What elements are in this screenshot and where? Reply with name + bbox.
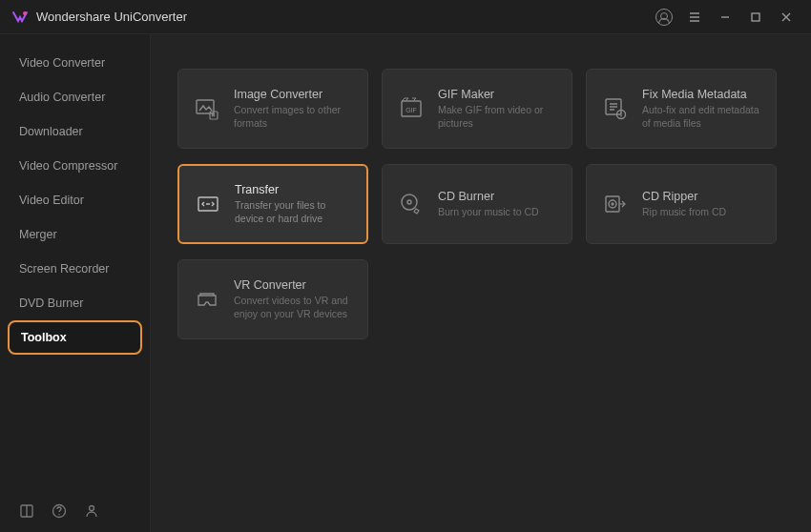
help-icon[interactable]	[52, 503, 67, 519]
tool-desc: Rip music from CD	[642, 206, 726, 219]
tool-vr-converter[interactable]: VR Converter Convert videos to VR and en…	[177, 259, 368, 339]
svg-rect-16	[606, 196, 619, 212]
sidebar-item-video-compressor[interactable]: Video Compressor	[0, 149, 150, 183]
svg-point-5	[90, 506, 94, 511]
sidebar-item-video-editor[interactable]: Video Editor	[0, 183, 150, 217]
tool-title: VR Converter	[234, 278, 354, 292]
svg-point-12	[620, 113, 621, 113]
cd-burn-icon	[396, 189, 426, 219]
tool-desc: Convert videos to VR and enjoy on your V…	[234, 295, 354, 320]
tool-desc: Auto-fix and edit metadata of media file…	[642, 104, 762, 130]
close-button[interactable]	[773, 4, 800, 31]
image-convert-icon	[192, 93, 222, 124]
sidebar-item-screen-recorder[interactable]: Screen Recorder	[0, 252, 150, 286]
tool-image-converter[interactable]: Image Converter Convert images to other …	[177, 69, 368, 149]
sidebar-item-video-converter[interactable]: Video Converter	[0, 46, 150, 80]
tool-gif-maker[interactable]: GIF GIF Maker Make GIF from video or pic…	[382, 69, 572, 149]
sidebar: Video Converter Audio Converter Download…	[0, 34, 151, 532]
transfer-icon	[193, 189, 223, 219]
tool-desc: Convert images to other formats	[234, 104, 354, 130]
svg-point-17	[609, 200, 616, 208]
tool-title: GIF Maker	[438, 88, 558, 101]
tool-cd-ripper[interactable]: CD Ripper Rip music from CD	[586, 164, 777, 244]
sidebar-item-downloader[interactable]: Downloader	[0, 114, 150, 149]
cd-rip-icon	[600, 189, 631, 219]
svg-point-0	[23, 11, 27, 15]
svg-point-4	[58, 514, 59, 515]
tool-title: Fix Media Metadata	[642, 88, 762, 101]
tool-grid: Image Converter Convert images to other …	[177, 69, 811, 339]
tool-transfer[interactable]: Transfer Transfer your files to device o…	[177, 164, 368, 244]
content-area: Image Converter Convert images to other …	[151, 34, 811, 532]
vr-icon	[192, 284, 222, 315]
maximize-button[interactable]	[742, 4, 769, 31]
metadata-icon	[600, 93, 631, 124]
tool-title: Image Converter	[234, 88, 354, 101]
tool-title: CD Burner	[438, 190, 539, 203]
svg-point-18	[612, 203, 613, 205]
tool-cd-burner[interactable]: CD Burner Burn your music to CD	[382, 164, 572, 244]
app-title: Wondershare UniConverter	[36, 10, 187, 24]
sidebar-item-toolbox[interactable]: Toolbox	[8, 320, 142, 355]
feedback-icon[interactable]	[84, 503, 99, 519]
tool-title: Transfer	[235, 183, 353, 196]
svg-rect-1	[752, 13, 759, 21]
tool-fix-metadata[interactable]: Fix Media Metadata Auto-fix and edit met…	[586, 69, 777, 149]
sidebar-item-audio-converter[interactable]: Audio Converter	[0, 80, 150, 114]
tool-desc: Make GIF from video or pictures	[438, 104, 558, 130]
tool-desc: Burn your music to CD	[438, 206, 539, 219]
svg-point-14	[402, 194, 417, 210]
app-logo-icon	[11, 9, 29, 26]
svg-point-15	[407, 200, 411, 204]
titlebar: Wondershare UniConverter	[0, 0, 811, 34]
tool-title: CD Ripper	[642, 190, 726, 203]
menu-icon[interactable]	[681, 4, 708, 31]
guide-icon[interactable]	[19, 503, 34, 519]
sidebar-item-dvd-burner[interactable]: DVD Burner	[0, 286, 150, 320]
svg-text:GIF: GIF	[406, 107, 417, 113]
account-icon[interactable]	[651, 4, 677, 31]
sidebar-item-merger[interactable]: Merger	[0, 217, 150, 252]
gif-icon: GIF	[396, 93, 426, 124]
tool-desc: Transfer your files to device or hard dr…	[235, 199, 353, 225]
sidebar-footer	[0, 490, 150, 532]
minimize-button[interactable]	[712, 4, 738, 31]
